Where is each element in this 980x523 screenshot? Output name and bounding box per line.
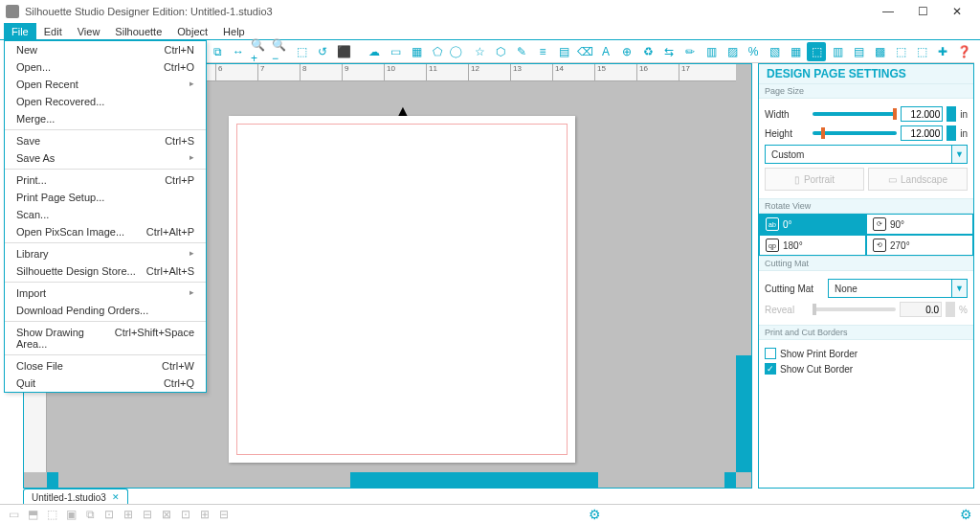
top-left-tool-3[interactable]: 🔍− [271, 42, 290, 61]
menu-item-download-pending-orders-[interactable]: Download Pending Orders... [5, 302, 206, 319]
top-right-tool-2[interactable]: ▦ [407, 42, 426, 61]
top-right-tool-17[interactable]: ▨ [723, 42, 742, 61]
landscape-button[interactable]: ▭ Landscape [868, 168, 968, 191]
height-input[interactable] [901, 125, 943, 141]
scrollbar-horizontal[interactable] [47, 472, 736, 488]
top-left-tool-4[interactable]: ⬚ [292, 42, 311, 61]
top-right-tool-9[interactable]: ▤ [554, 42, 573, 61]
menu-help[interactable]: Help [215, 23, 253, 39]
settings-gear-icon-2[interactable]: ⚙ [956, 507, 976, 522]
menu-item-quit[interactable]: QuitCtrl+Q [5, 375, 206, 392]
show-print-border-checkbox[interactable] [765, 348, 776, 359]
top-right-tool-26[interactable]: ⬚ [912, 42, 931, 61]
bottom-tool-0[interactable]: ▭ [5, 506, 22, 523]
top-left-tool-1[interactable]: ↔ [229, 42, 248, 61]
top-right-tool-25[interactable]: ⬚ [891, 42, 910, 61]
top-left-tool-0[interactable]: ⧉ [208, 42, 227, 61]
menu-item-show-drawing-area-[interactable]: Show Drawing Area...Ctrl+Shift+Space [5, 324, 206, 352]
portrait-button[interactable]: ▯ Portrait [765, 168, 864, 191]
top-left-tool-2[interactable]: 🔍+ [250, 42, 269, 61]
show-cut-border-checkbox[interactable]: ✓ [765, 363, 776, 375]
menu-object[interactable]: Object [169, 23, 215, 39]
top-left-tool-5[interactable]: ↺ [313, 42, 332, 61]
scrollbar-vertical[interactable] [736, 81, 751, 472]
document-tab[interactable]: Untitled-1.studio3 ✕ [23, 489, 128, 504]
minimize-button[interactable]: ― [871, 0, 905, 23]
top-left-tool-6[interactable]: ⬛ [334, 42, 353, 61]
top-right-tool-24[interactable]: ▩ [870, 42, 889, 61]
rotate-0-button[interactable]: ab0° [759, 214, 866, 235]
menu-item-close-file[interactable]: Close FileCtrl+W [5, 357, 206, 375]
page[interactable] [229, 116, 575, 463]
top-right-tool-0[interactable]: ☁ [365, 42, 384, 61]
bottom-tool-6[interactable]: ⊞ [120, 506, 137, 523]
menu-item-scan-[interactable]: Scan... [5, 206, 206, 223]
bottom-tool-5[interactable]: ⊡ [100, 506, 118, 523]
bottom-tool-11[interactable]: ⊟ [215, 506, 233, 523]
top-right-tool-19[interactable]: ▧ [765, 42, 784, 61]
menu-item-save-as[interactable]: Save As▸ [5, 149, 206, 167]
bottom-tool-7[interactable]: ⊟ [139, 506, 156, 523]
menu-item-save[interactable]: SaveCtrl+S [5, 132, 206, 149]
rotate-90-button[interactable]: ⟳90° [866, 214, 973, 235]
top-right-tool-11[interactable]: A [596, 42, 615, 61]
close-tab-icon[interactable]: ✕ [112, 492, 120, 502]
height-spinner[interactable] [947, 125, 956, 141]
top-right-tool-7[interactable]: ✎ [512, 42, 531, 61]
width-unit: in [960, 109, 968, 120]
bottom-tool-1[interactable]: ⬒ [24, 506, 41, 523]
top-right-tool-3[interactable]: ⬠ [428, 42, 447, 61]
top-right-tool-27[interactable]: ✚ [933, 42, 952, 61]
width-input[interactable] [901, 106, 943, 122]
menu-view[interactable]: View [70, 23, 108, 39]
bottom-tool-3[interactable]: ▣ [62, 506, 79, 523]
rotate-270-button[interactable]: ⟲270° [866, 235, 973, 256]
top-right-tool-4[interactable]: ⃝ [449, 42, 468, 61]
top-right-tool-28[interactable]: ❓ [954, 42, 973, 61]
top-right-tool-14[interactable]: ⇆ [659, 42, 679, 61]
top-right-tool-5[interactable]: ☆ [470, 42, 489, 61]
rotate-180-button[interactable]: qp180° [759, 235, 866, 256]
top-right-tool-10[interactable]: ⌫ [575, 42, 594, 61]
menu-file[interactable]: File [4, 23, 36, 39]
menu-item-silhouette-design-store-[interactable]: Silhouette Design Store...Ctrl+Alt+S [5, 262, 206, 280]
menu-item-import[interactable]: Import▸ [5, 284, 206, 302]
top-right-tool-22[interactable]: ▥ [828, 42, 847, 61]
top-right-tool-13[interactable]: ♻ [638, 42, 657, 61]
top-right-tool-15[interactable]: ✏ [680, 42, 700, 61]
menu-item-print-[interactable]: Print...Ctrl+P [5, 171, 206, 189]
settings-gear-icon[interactable]: ⚙ [585, 507, 605, 522]
width-slider[interactable] [813, 112, 897, 116]
top-right-tool-21[interactable]: ⬚ [807, 42, 826, 61]
menu-item-library[interactable]: Library▸ [5, 245, 206, 262]
bottom-tool-4[interactable]: ⧉ [81, 506, 99, 523]
top-right-tool-18[interactable]: % [744, 42, 763, 61]
bottom-tool-9[interactable]: ⊡ [177, 506, 194, 523]
menu-item-open-[interactable]: Open...Ctrl+O [5, 58, 206, 76]
top-right-tool-23[interactable]: ▤ [849, 42, 868, 61]
chevron-down-icon: ▼ [951, 280, 967, 297]
height-slider[interactable] [813, 131, 897, 135]
menu-item-open-recent[interactable]: Open Recent▸ [5, 76, 206, 93]
menu-item-merge-[interactable]: Merge... [5, 110, 206, 127]
top-right-tool-16[interactable]: ▥ [702, 42, 721, 61]
menu-silhouette[interactable]: Silhouette [107, 23, 169, 39]
width-spinner[interactable] [947, 106, 956, 122]
cutting-mat-select[interactable]: None ▼ [828, 279, 968, 298]
menu-item-print-page-setup-[interactable]: Print Page Setup... [5, 189, 206, 206]
close-button[interactable]: ✕ [940, 0, 974, 23]
page-preset-select[interactable]: Custom ▼ [765, 145, 968, 164]
bottom-tool-2[interactable]: ⬚ [43, 506, 60, 523]
menu-item-open-recovered-[interactable]: Open Recovered... [5, 93, 206, 110]
top-right-tool-20[interactable]: ▦ [786, 42, 805, 61]
top-right-tool-1[interactable]: ▭ [386, 42, 405, 61]
menu-item-open-pixscan-image-[interactable]: Open PixScan Image...Ctrl+Alt+P [5, 223, 206, 240]
menu-edit[interactable]: Edit [36, 23, 70, 39]
maximize-button[interactable]: ☐ [905, 0, 940, 23]
top-right-tool-6[interactable]: ⬡ [491, 42, 510, 61]
top-right-tool-12[interactable]: ⊕ [617, 42, 636, 61]
menu-item-new[interactable]: NewCtrl+N [5, 41, 206, 58]
bottom-tool-8[interactable]: ⊠ [158, 506, 175, 523]
bottom-tool-10[interactable]: ⊞ [196, 506, 213, 523]
top-right-tool-8[interactable]: ≡ [533, 42, 552, 61]
